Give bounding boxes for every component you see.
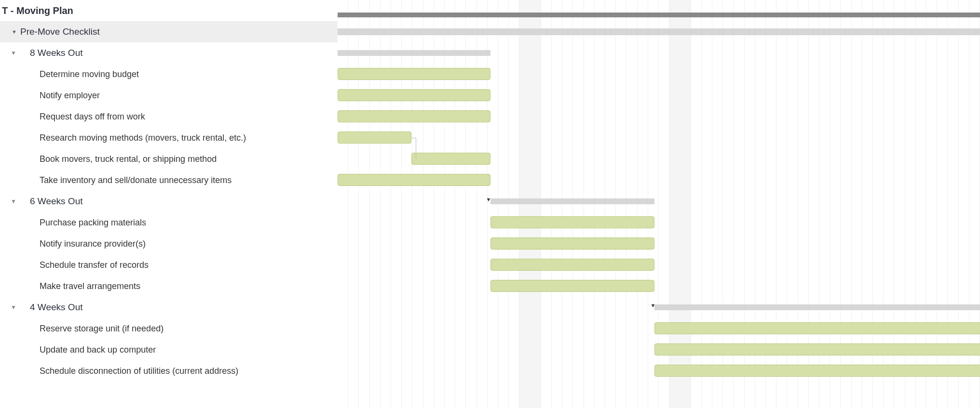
task-label: Make travel arrangements [40,281,140,291]
gantt-task-bar[interactable] [490,280,655,292]
task-row[interactable]: Update and back up computer [0,339,338,360]
group-row-4-weeks[interactable]: ▼ 4 Weeks Out [0,297,338,318]
task-row[interactable]: Schedule disconnection of utilities (cur… [0,360,338,382]
gantt-group-bar[interactable] [654,304,980,310]
task-label: Purchase packing materials [40,218,146,228]
dependency-link [411,138,416,159]
task-row[interactable]: Request days off from work [0,106,338,127]
gantt-summary-bar [338,28,980,35]
gantt-task-bar[interactable] [338,68,490,80]
task-row[interactable]: Schedule transfer of records [0,254,338,276]
task-row[interactable]: Notify employer [0,85,338,106]
gantt-task-bar[interactable] [490,216,655,228]
task-row[interactable]: Research moving methods (movers, truck r… [0,127,338,148]
chevron-down-icon[interactable]: ▼ [12,29,19,35]
gantt-task-bar[interactable] [338,89,490,101]
group-label: 6 Weeks Out [30,196,82,207]
gantt-group-bar[interactable] [338,50,490,56]
chevron-down-icon[interactable]: ▼ [11,198,16,205]
group-label: 8 Weeks Out [30,48,82,58]
chevron-down-icon[interactable]: ▼ [11,50,16,56]
task-label: Reserve storage unit (if needed) [40,324,163,334]
gantt-task-bar[interactable] [654,322,980,334]
group-row-8-weeks[interactable]: ▼ 8 Weeks Out [0,42,338,64]
section-label: Pre-Move Checklist [20,26,100,37]
task-row[interactable]: Make travel arrangements [0,276,338,297]
group-row-6-weeks[interactable]: ▼ 6 Weeks Out [0,191,338,212]
section-row[interactable]: ▼ Pre-Move Checklist [0,21,338,42]
group-label: 4 Weeks Out [30,302,82,313]
task-row[interactable]: Determine moving budget [0,64,338,85]
gantt-group-bar[interactable] [490,198,655,204]
task-label: Schedule transfer of records [40,260,149,270]
gantt-summary-bar [338,13,980,17]
task-row[interactable]: Purchase packing materials [0,212,338,233]
task-label: Book movers, truck rental, or shipping m… [40,154,217,164]
gantt-task-bar[interactable] [490,259,655,271]
gantt-task-bar[interactable] [654,343,980,355]
gantt-task-bar[interactable] [654,365,980,377]
gantt-bars-layer: ▼▼▼ [338,0,980,408]
task-list-panel: T - Moving Plan ▼ Pre-Move Checklist ▼ 8… [0,0,338,408]
task-label: Determine moving budget [40,69,139,79]
project-title: T - Moving Plan [2,5,73,16]
task-label: Notify employer [40,91,100,101]
task-label: Request days off from work [40,112,145,122]
gantt-task-bar[interactable] [490,237,655,250]
task-label: Notify insurance provider(s) [40,239,146,249]
task-row[interactable]: Take inventory and sell/donate unnecessa… [0,170,338,191]
project-title-row[interactable]: T - Moving Plan [0,0,338,21]
gantt-task-bar[interactable] [338,132,411,144]
task-row[interactable]: Reserve storage unit (if needed) [0,318,338,339]
chevron-down-icon[interactable]: ▼ [11,304,16,311]
task-row[interactable]: Book movers, truck rental, or shipping m… [0,148,338,170]
gantt-task-bar[interactable] [411,153,490,165]
task-label: Take inventory and sell/donate unnecessa… [40,175,231,185]
gantt-timeline-panel[interactable]: ▼▼▼ [338,0,980,408]
gantt-task-bar[interactable] [338,110,490,122]
task-row[interactable]: Notify insurance provider(s) [0,233,338,254]
task-label: Research moving methods (movers, truck r… [40,133,246,143]
gantt-task-bar[interactable] [338,174,490,186]
task-label: Update and back up computer [40,345,156,355]
task-label: Schedule disconnection of utilities (cur… [40,366,238,376]
